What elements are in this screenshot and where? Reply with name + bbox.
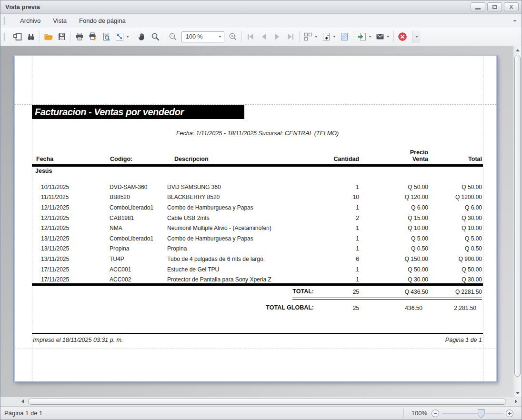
cell-precio: Q 0.50 xyxy=(359,245,428,252)
quick-print-button[interactable] xyxy=(86,30,100,43)
group-header: Jesús xyxy=(35,168,52,174)
menu-fondo-de-pagina[interactable]: Fondo de página xyxy=(73,14,132,28)
menu-bar: Archivo Vista Fondo de página xyxy=(0,14,522,28)
grand-total-rule xyxy=(292,298,482,300)
email-button[interactable] xyxy=(373,30,392,43)
cell-cantidad: 2 xyxy=(292,215,359,221)
maximize-button[interactable] xyxy=(487,2,502,11)
document-map-button[interactable] xyxy=(11,30,24,43)
zoom-out-icon xyxy=(168,32,178,41)
cell-descripcion: Combo de Hamburguesa y Papas xyxy=(165,204,292,211)
page-color-dropdown-caret[interactable] xyxy=(333,36,336,38)
menubar-grip[interactable] xyxy=(3,17,5,25)
email-dropdown-caret[interactable] xyxy=(387,36,390,38)
cell-codigo: ACC001 xyxy=(107,266,165,273)
scale-button[interactable] xyxy=(113,30,131,43)
open-button[interactable] xyxy=(42,30,55,43)
binoculars-icon xyxy=(26,32,36,41)
cell-precio: Q 10.00 xyxy=(359,225,428,231)
cell-codigo: DVD-SAM-360 xyxy=(107,184,165,190)
cell-precio: Q 120.00 xyxy=(359,194,428,200)
minimize-button[interactable] xyxy=(471,2,485,11)
menu-archivo[interactable]: Archivo xyxy=(14,14,47,28)
chevron-down-icon xyxy=(219,36,221,38)
grand-total-precio: 436.50 xyxy=(359,305,422,311)
last-page-button[interactable] xyxy=(284,30,297,43)
quick-print-icon xyxy=(88,32,98,41)
zoom-combobox[interactable]: 100 % xyxy=(181,31,224,42)
scroll-left-icon[interactable] xyxy=(21,400,24,403)
zoom-decrease-button[interactable] xyxy=(432,410,439,417)
zoom-tool-button[interactable] xyxy=(149,30,162,43)
zoom-slider-thumb[interactable] xyxy=(477,409,485,420)
scroll-down-icon[interactable] xyxy=(516,392,520,394)
menu-vista[interactable]: Vista xyxy=(47,14,73,28)
page-color-button[interactable] xyxy=(320,30,338,43)
toolbar-overflow-button[interactable] xyxy=(412,30,421,43)
cell-precio: Q 5.00 xyxy=(359,235,428,242)
window-title: Vista previa xyxy=(5,0,40,14)
print-button[interactable] xyxy=(73,30,86,43)
toolbar-grip[interactable] xyxy=(3,33,5,41)
search-button[interactable] xyxy=(24,30,38,43)
cell-total: Q 30.00 xyxy=(428,276,482,283)
table-row: 17/11/2025ACC001Estuche de Gel TPU1Q 50.… xyxy=(33,264,482,275)
cell-fecha: 17/11/2025 xyxy=(33,266,107,273)
cell-fecha: 13/11/2025 xyxy=(33,235,107,242)
zoom-slider-track[interactable] xyxy=(442,413,479,414)
export-dropdown-caret[interactable] xyxy=(369,36,371,38)
cell-descripcion: Neumonil Multiple Alivio - (Acetaminofen… xyxy=(165,225,292,231)
open-folder-icon xyxy=(44,32,53,41)
horizontal-scrollbar[interactable] xyxy=(0,397,522,406)
email-icon xyxy=(375,32,385,41)
hand-tool-button[interactable] xyxy=(135,30,149,43)
cell-codigo: ACC002 xyxy=(107,276,165,283)
export-button[interactable] xyxy=(355,30,373,43)
scroll-right-icon[interactable] xyxy=(515,400,517,403)
cell-codigo: ComboLiberado1 xyxy=(107,235,165,242)
cell-descripcion: Combo de Hamburguesa y Papas xyxy=(165,235,292,242)
zoom-increase-button[interactable] xyxy=(506,410,513,417)
zoom-combobox-dropdown[interactable] xyxy=(216,32,224,42)
vertical-scrollbar[interactable] xyxy=(513,46,522,397)
cell-total: Q 50.00 xyxy=(428,266,482,273)
next-page-button[interactable] xyxy=(271,30,284,43)
multiple-pages-button[interactable] xyxy=(301,30,320,43)
zoom-combobox-value: 100 % xyxy=(182,33,216,40)
save-button[interactable] xyxy=(55,30,69,43)
zoom-out-button[interactable] xyxy=(166,30,180,43)
first-page-button[interactable] xyxy=(244,30,257,43)
close-button[interactable]: X xyxy=(504,2,519,11)
horizontal-scrollbar-thumb[interactable] xyxy=(28,399,506,405)
toolbar-separator xyxy=(164,31,164,42)
zoom-slider-track[interactable] xyxy=(485,413,503,414)
table-row: 13/11/2025PropinaPropina1Q 0.50Q 0.50 xyxy=(33,244,482,254)
printed-on-text: Impreso el 18/11/2025 03:31 p. m. xyxy=(33,337,123,343)
watermark-button[interactable] xyxy=(338,30,351,43)
toolbar-separator xyxy=(241,31,242,42)
document-map-icon xyxy=(13,32,22,41)
page-setup-button[interactable] xyxy=(100,30,113,43)
multiple-pages-dropdown-caret[interactable] xyxy=(315,36,318,38)
toolbar-separator xyxy=(299,31,300,42)
cell-total: Q 5.00 xyxy=(428,235,482,242)
exit-icon xyxy=(398,32,407,41)
total-cantidad: 25 xyxy=(292,289,359,295)
next-page-icon xyxy=(272,32,282,41)
zoom-in-button[interactable] xyxy=(226,30,240,43)
col-header-fecha: Fecha xyxy=(33,156,107,163)
previous-page-button[interactable] xyxy=(257,30,271,43)
menu-overflow-caret[interactable] xyxy=(513,20,517,22)
status-zoom-label: 100% xyxy=(407,407,427,420)
scroll-up-icon[interactable] xyxy=(516,49,520,51)
cell-precio: Q 150.00 xyxy=(359,256,428,262)
cell-descripcion: Propina xyxy=(165,245,292,252)
exit-preview-button[interactable] xyxy=(396,30,409,43)
vertical-scrollbar-thumb[interactable] xyxy=(514,55,521,377)
close-icon: X xyxy=(509,4,513,10)
scale-dropdown-caret[interactable] xyxy=(126,36,129,38)
grand-total-total: 2,281.50 xyxy=(428,305,476,311)
preview-area[interactable]: Facturacion - Ventas por vendedor Fecha:… xyxy=(0,46,522,397)
col-header-cantidad: Cantidad xyxy=(292,156,359,163)
report-column-headers: Fecha Codigo: Descripcion Cantidad Preci… xyxy=(33,142,482,163)
